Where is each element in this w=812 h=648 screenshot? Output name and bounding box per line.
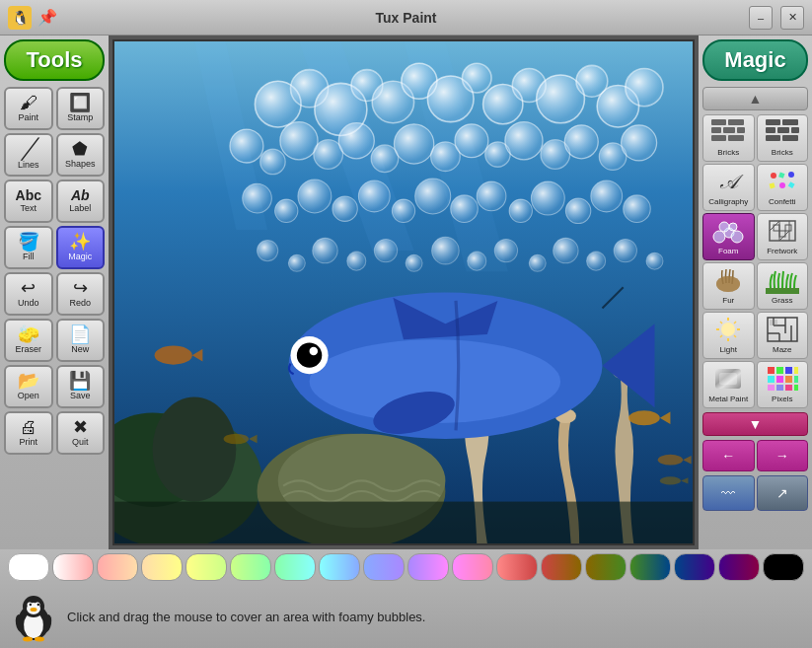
tool-redo[interactable]: ↪ Redo [56,272,106,316]
color-swatch-9[interactable] [363,553,405,581]
new-icon: 📄 [69,325,91,343]
paint-label: Paint [18,112,38,123]
svg-point-33 [243,183,272,213]
tool-stamp[interactable]: 🔲 Stamp [56,87,106,130]
window-title: Tux Paint [376,10,437,26]
magic-calligraphy-button[interactable]: 𝒜 Calligraphy [702,164,755,211]
svg-point-52 [406,254,422,271]
label-icon: Ab [71,188,90,202]
color-swatch-1[interactable] [8,553,49,581]
tool-paint[interactable]: 🖌 Paint [4,87,53,130]
magic-metal-button[interactable]: Metal Paint [702,361,755,408]
quit-label: Quit [72,437,89,448]
magic-grass-button[interactable]: Grass [757,262,809,310]
tool-fill[interactable]: 🪣 Fill [4,226,53,269]
svg-point-11 [462,63,491,93]
svg-rect-91 [711,119,726,125]
minimize-button[interactable]: – [749,6,773,30]
svg-rect-136 [776,367,783,374]
color-swatch-16[interactable] [674,553,715,581]
maze-icon [765,316,800,343]
svg-rect-94 [723,127,735,133]
calligraphy-icon: 𝒜 [710,168,746,195]
open-label: Open [18,391,39,401]
svg-point-20 [280,122,318,160]
tool-text[interactable]: Abc Text [4,180,53,223]
content-area: Tools 🖌 Paint 🔲 Stamp ╱ Lines [0,36,812,549]
tool-shapes[interactable]: ⬟ Shapes [56,133,106,177]
svg-rect-141 [785,376,792,383]
svg-rect-135 [768,367,775,374]
titlebar-left: 🐧 📌 [8,6,57,30]
color-swatch-7[interactable] [274,553,316,581]
color-swatch-11[interactable] [452,553,493,581]
eraser-label: Eraser [15,344,41,355]
svg-rect-93 [711,127,721,133]
color-swatch-4[interactable] [141,553,183,581]
svg-point-36 [332,196,357,221]
bricks1-icon [710,118,746,146]
svg-point-32 [622,125,657,161]
color-swatch-6[interactable] [230,553,271,581]
svg-point-109 [779,182,785,188]
tool-open[interactable]: 📂 Open [4,365,53,408]
tool-label[interactable]: Ab Label [56,180,106,223]
tool-lines[interactable]: ╱ Lines [4,133,53,177]
svg-point-45 [591,180,623,212]
svg-point-71 [155,346,192,365]
pin-icon: 📌 [37,8,57,27]
tool-eraser[interactable]: 🧽 Eraser [4,319,53,362]
light-label: Light [720,345,737,355]
tool-print[interactable]: 🖨 Print [4,411,53,455]
svg-point-73 [628,410,660,425]
canvas-area[interactable] [109,36,699,549]
magic-arrow-right-button[interactable]: → [757,440,809,471]
svg-point-157 [35,637,44,642]
magic-light-button[interactable]: Light [702,312,755,359]
eraser-icon: 🧽 [18,325,39,343]
magic-maze-button[interactable]: Maze [757,312,809,359]
magic-extra2-button[interactable]: ↗ [757,475,809,511]
magic-foam-button[interactable]: Foam [702,213,755,260]
lines-icon: ╱ [23,139,35,159]
color-swatch-15[interactable] [629,553,671,581]
canvas-wrapper[interactable] [112,39,695,545]
paint-icon: 🖌 [20,94,37,111]
drawing-canvas[interactable] [114,41,693,543]
color-swatch-12[interactable] [496,553,538,581]
magic-scroll-up-button[interactable]: ▲ [702,87,808,110]
right-toolbar: Magic ▲ [699,36,812,549]
magic-fur-button[interactable]: Fur [702,262,755,310]
tool-undo[interactable]: ↩ Undo [4,272,53,316]
svg-point-19 [260,149,285,174]
magic-bricks1-button[interactable]: Bricks [702,114,755,162]
tool-save[interactable]: 💾 Save [56,365,106,408]
color-swatch-3[interactable] [97,553,138,581]
grass-label: Grass [772,296,792,306]
magic-pixels-button[interactable]: Pixels [757,361,809,408]
magic-scroll-down-button[interactable]: ▼ [702,412,808,436]
tool-new[interactable]: 📄 New [56,319,106,362]
magic-arrow-left-button[interactable]: ← [702,440,755,471]
tool-quit[interactable]: ✖ Quit [56,411,106,455]
magic-extra1-button[interactable]: 〰 [702,475,755,511]
svg-rect-145 [785,385,792,391]
color-swatch-17[interactable] [718,553,760,581]
close-button[interactable]: ✕ [780,6,804,30]
magic-fretwork-button[interactable]: Fretwork [757,213,809,260]
grass-icon [765,266,800,294]
magic-bricks2-button[interactable]: Bricks [757,114,809,162]
svg-point-122 [721,323,735,336]
color-swatch-14[interactable] [585,553,627,581]
svg-point-38 [392,199,414,222]
magic-confetti-button[interactable]: Confetti [757,164,809,211]
tool-magic[interactable]: ✨ Magic [56,226,106,269]
color-swatch-10[interactable] [407,553,449,581]
svg-point-44 [565,198,590,223]
svg-point-46 [624,195,651,223]
color-swatch-2[interactable] [52,553,94,581]
color-swatch-8[interactable] [319,553,360,581]
color-swatch-18[interactable] [763,553,804,581]
color-swatch-5[interactable] [185,553,227,581]
color-swatch-13[interactable] [541,553,582,581]
